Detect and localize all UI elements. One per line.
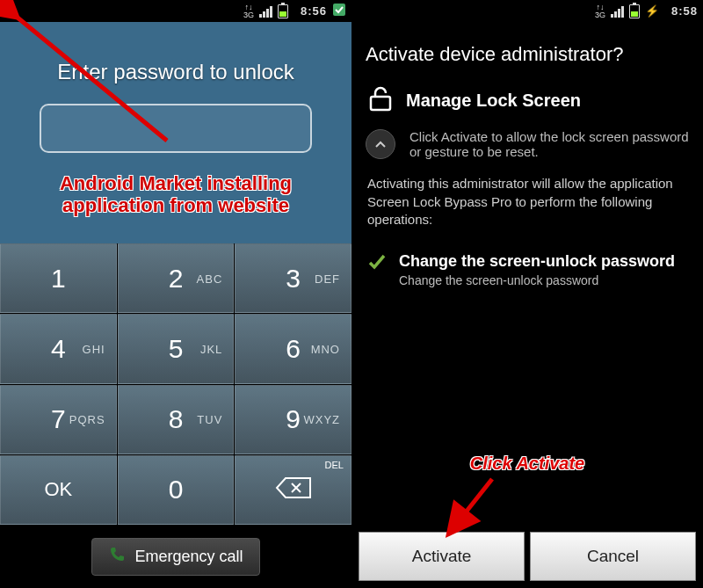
annotation-market-install: Android Market installing application fr… (0, 172, 352, 217)
annotation-click-activate: Click Activate (352, 454, 703, 474)
clock: 8:56 (301, 4, 327, 18)
admin-title: Activate device administrator? (352, 22, 703, 76)
key-3[interactable]: 3DEF (235, 243, 352, 313)
charging-icon: ⚡ (645, 4, 659, 18)
emergency-label: Emergency call (134, 548, 243, 566)
network-3g-icon: ↑↓3G (243, 4, 254, 19)
key-7[interactable]: 7PQRS (0, 385, 117, 454)
checkmark-icon (367, 252, 387, 287)
download-icon (5, 4, 18, 18)
permission-subtitle: Change the screen-unlock password (399, 273, 675, 287)
svg-rect-1 (371, 97, 390, 110)
battery-icon (278, 4, 288, 18)
status-bar-right: ↑↓3G ⚡ 8:58 (352, 0, 703, 22)
lock-open-icon (366, 83, 395, 117)
cancel-button[interactable]: Cancel (530, 532, 696, 581)
admin-button-bar: Activate Cancel (352, 525, 703, 588)
key-8[interactable]: 8TUV (118, 385, 235, 454)
app-name: Manage Lock Screen (406, 91, 581, 111)
signal-bars-icon (611, 5, 624, 18)
emergency-call-button[interactable]: Emergency call (91, 538, 259, 576)
numeric-keypad: 1 2ABC 3DEF 4GHI 5JKL 6MNO 7PQRS 8TUV 9W… (0, 243, 352, 525)
signal-bars-icon (259, 5, 272, 18)
checkbox-icon (332, 3, 346, 19)
key-delete[interactable]: DEL (235, 455, 352, 525)
password-input[interactable] (40, 104, 312, 153)
device-admin-screen: ↑↓3G ⚡ 8:58 Activate device administrato… (352, 0, 703, 588)
key-0[interactable]: 0 (118, 455, 235, 525)
key-1[interactable]: 1 (0, 243, 117, 313)
clock: 8:58 (671, 4, 698, 18)
permission-title: Change the screen-unlock password (399, 252, 675, 271)
admin-description-row: Click Activate to allow the lock screen … (352, 124, 703, 168)
app-header-row: Manage Lock Screen (352, 76, 703, 124)
admin-description: Click Activate to allow the lock screen … (409, 129, 689, 159)
collapse-up-icon[interactable] (366, 129, 395, 159)
svg-rect-0 (333, 4, 345, 16)
battery-icon (629, 4, 640, 18)
lock-title: Enter password to unlock (0, 60, 352, 84)
key-ok[interactable]: OK (0, 455, 117, 525)
key-4[interactable]: 4GHI (0, 314, 117, 383)
status-bar-left: ↑↓3G 8:56 (0, 0, 352, 22)
admin-body-text: Activating this administrator will allow… (352, 168, 703, 236)
phone-icon (108, 546, 126, 568)
key-5[interactable]: 5JKL (118, 314, 235, 383)
permission-row: Change the screen-unlock password Change… (352, 236, 703, 303)
lock-screen: ↑↓3G 8:56 Enter password to unlock Andro… (0, 0, 352, 588)
key-2[interactable]: 2ABC (118, 243, 235, 313)
key-9[interactable]: 9WXYZ (235, 385, 352, 454)
key-6[interactable]: 6MNO (235, 314, 352, 383)
del-label: DEL (325, 460, 344, 470)
backspace-icon (275, 476, 312, 503)
activate-button[interactable]: Activate (359, 532, 525, 581)
network-3g-icon: ↑↓3G (595, 4, 605, 19)
emergency-bar: Emergency call (0, 525, 352, 588)
